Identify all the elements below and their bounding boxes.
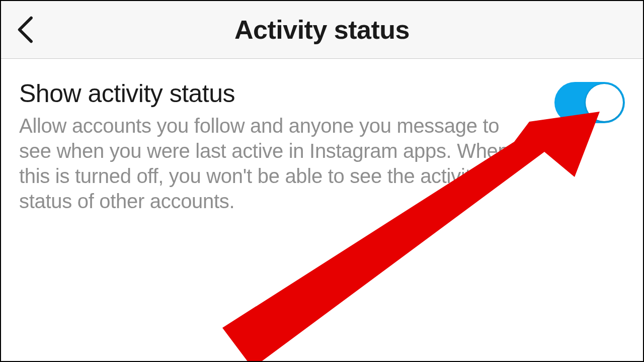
- chevron-left-icon: [16, 16, 36, 44]
- content-area: Show activity status Allow accounts you …: [1, 59, 643, 214]
- setting-row: Show activity status Allow accounts you …: [19, 79, 625, 214]
- setting-text-block: Show activity status Allow accounts you …: [19, 79, 554, 214]
- page-title: Activity status: [1, 15, 643, 45]
- toggle-knob: [586, 84, 623, 121]
- setting-title: Show activity status: [19, 79, 534, 108]
- show-activity-status-toggle[interactable]: [554, 82, 625, 123]
- back-button[interactable]: [16, 16, 36, 44]
- header-bar: Activity status: [1, 1, 643, 59]
- setting-description: Allow accounts you follow and anyone you…: [19, 113, 534, 214]
